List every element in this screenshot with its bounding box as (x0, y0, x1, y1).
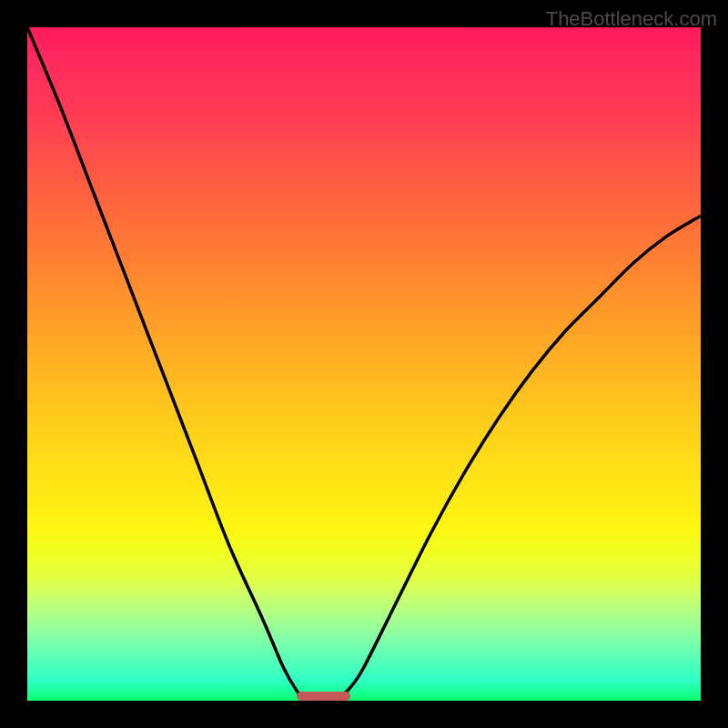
watermark-text: TheBottleneck.com (546, 7, 717, 31)
right-curve-line (337, 216, 701, 701)
bottleneck-curves (27, 27, 701, 701)
chart-plot-area (27, 27, 701, 701)
bottleneck-marker (297, 692, 350, 701)
left-curve-line (27, 27, 310, 701)
